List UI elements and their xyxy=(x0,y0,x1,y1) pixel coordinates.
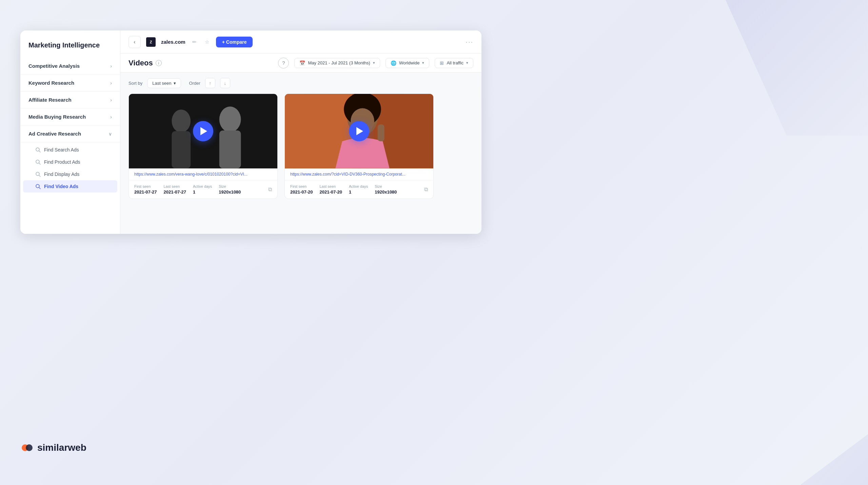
info-icon[interactable]: i xyxy=(156,60,162,66)
sidebar-item-keyword[interactable]: Keyword Research › xyxy=(20,75,120,92)
size-2: Size 1920x1080 xyxy=(375,184,397,195)
filter-bar: Videos i ? 📅 May 2021 - Jul 2021 (3 Mont… xyxy=(120,54,481,73)
video-link-2[interactable]: https://www.zales.com/?cid=VID-DV360-Pro… xyxy=(285,168,433,180)
first-seen-1: First seen 2021-07-27 xyxy=(134,184,157,195)
search-ads-icon xyxy=(35,147,41,153)
chevron-down-icon: ▾ xyxy=(174,81,176,86)
card-meta-2: First seen 2021-07-20 Last seen 2021-07-… xyxy=(285,180,433,199)
similarweb-logo-text: similarweb xyxy=(37,442,86,453)
sub-item-find-video-ads[interactable]: Find Video Ads xyxy=(23,180,117,193)
order-desc-button[interactable]: ↓ xyxy=(220,78,230,88)
similarweb-logo: similarweb xyxy=(20,441,86,454)
display-ads-icon xyxy=(35,171,41,177)
chevron-right-icon: › xyxy=(110,63,112,69)
chevron-right-icon: › xyxy=(110,97,112,103)
sidebar-item-competitive[interactable]: Competitive Analysis › xyxy=(20,58,120,75)
geography-filter[interactable]: 🌐 Worldwide ▾ xyxy=(386,58,429,68)
first-seen-2: First seen 2021-07-20 xyxy=(290,184,313,195)
last-seen-2: Last seen 2021-07-20 xyxy=(320,184,342,195)
traffic-filter[interactable]: ⊞ All traffic ▾ xyxy=(435,58,473,68)
calendar-icon: 📅 xyxy=(299,60,305,66)
sidebar-title: Marketing Intelligence xyxy=(20,41,120,58)
traffic-icon: ⊞ xyxy=(440,60,444,66)
video-link-1[interactable]: https://www.zales.com/vera-wang-love/c/0… xyxy=(129,168,277,180)
video-card-2: https://www.zales.com/?cid=VID-DV360-Pro… xyxy=(284,94,434,199)
play-icon xyxy=(356,127,363,135)
back-button[interactable]: ‹ xyxy=(129,36,141,48)
play-icon xyxy=(200,127,207,135)
site-favicon: Z xyxy=(146,37,156,47)
chevron-right-icon: › xyxy=(110,114,112,120)
chevron-right-icon: › xyxy=(110,80,112,86)
svg-rect-20 xyxy=(378,124,384,141)
svg-line-3 xyxy=(39,163,40,164)
star-icon[interactable]: ☆ xyxy=(203,38,211,46)
more-button[interactable]: ··· xyxy=(466,38,473,46)
content-area: ‹ Z zales.com ✏ ☆ + Compare ··· Videos i… xyxy=(120,31,481,234)
svg-line-1 xyxy=(39,151,40,152)
product-ads-icon xyxy=(35,159,41,165)
back-icon: ‹ xyxy=(134,39,135,45)
similarweb-logo-icon xyxy=(20,441,34,454)
top-bar: ‹ Z zales.com ✏ ☆ + Compare ··· xyxy=(120,31,481,54)
order-asc-button[interactable]: ↑ xyxy=(205,78,215,88)
sub-items-list: Find Search Ads Find Product Ads Find Di… xyxy=(20,142,120,194)
active-days-2: Active days 1 xyxy=(349,184,368,195)
chevron-down-icon: ▾ xyxy=(466,61,468,65)
sidebar-item-affiliate[interactable]: Affiliate Research › xyxy=(20,92,120,108)
sidebar: Marketing Intelligence Competitive Analy… xyxy=(20,31,120,234)
card-meta-1: First seen 2021-07-27 Last seen 2021-07-… xyxy=(129,180,277,199)
globe-icon: 🌐 xyxy=(391,60,396,66)
site-name: zales.com xyxy=(161,39,185,45)
size-1: Size 1920x1080 xyxy=(219,184,241,195)
svg-line-7 xyxy=(39,187,40,189)
chevron-down-icon: ▾ xyxy=(422,61,424,65)
help-button[interactable]: ? xyxy=(278,58,289,68)
external-link-icon-1[interactable]: ⧉ xyxy=(268,186,272,193)
play-button-2[interactable] xyxy=(349,121,369,141)
video-card-1: https://www.zales.com/vera-wang-love/c/0… xyxy=(129,94,278,199)
page-title: Videos i xyxy=(129,59,162,67)
chevron-down-icon: ▾ xyxy=(373,61,375,65)
edit-icon[interactable]: ✏ xyxy=(191,38,198,46)
sort-by-label: Sort by xyxy=(129,81,142,86)
video-thumbnail-2 xyxy=(285,94,433,168)
last-seen-1: Last seen 2021-07-27 xyxy=(164,184,186,195)
sidebar-item-media[interactable]: Media Buying Research › xyxy=(20,108,120,125)
external-link-icon-2[interactable]: ⧉ xyxy=(424,186,428,193)
sub-item-find-product-ads[interactable]: Find Product Ads xyxy=(23,156,117,168)
play-button-1[interactable] xyxy=(193,121,213,141)
chevron-down-icon: ∨ xyxy=(108,131,112,137)
order-label: Order xyxy=(189,81,200,86)
sub-item-find-search-ads[interactable]: Find Search Ads xyxy=(23,144,117,156)
sort-bar: Sort by Last seen ▾ Order ↑ ↓ xyxy=(120,73,481,94)
sub-item-find-display-ads[interactable]: Find Display Ads xyxy=(23,168,117,180)
sort-select[interactable]: Last seen ▾ xyxy=(147,78,181,88)
compare-button[interactable]: + Compare xyxy=(216,37,253,47)
video-ads-icon xyxy=(35,184,41,189)
sidebar-item-ad-creative[interactable]: Ad Creative Research ∨ xyxy=(20,125,120,142)
svg-point-22 xyxy=(26,444,33,451)
date-filter[interactable]: 📅 May 2021 - Jul 2021 (3 Months) ▾ xyxy=(294,58,380,68)
main-container: Marketing Intelligence Competitive Analy… xyxy=(20,31,481,234)
active-days-1: Active days 1 xyxy=(193,184,212,195)
video-thumbnail-1 xyxy=(129,94,277,168)
svg-line-5 xyxy=(39,175,40,177)
video-cards-grid: https://www.zales.com/vera-wang-love/c/0… xyxy=(120,94,481,207)
